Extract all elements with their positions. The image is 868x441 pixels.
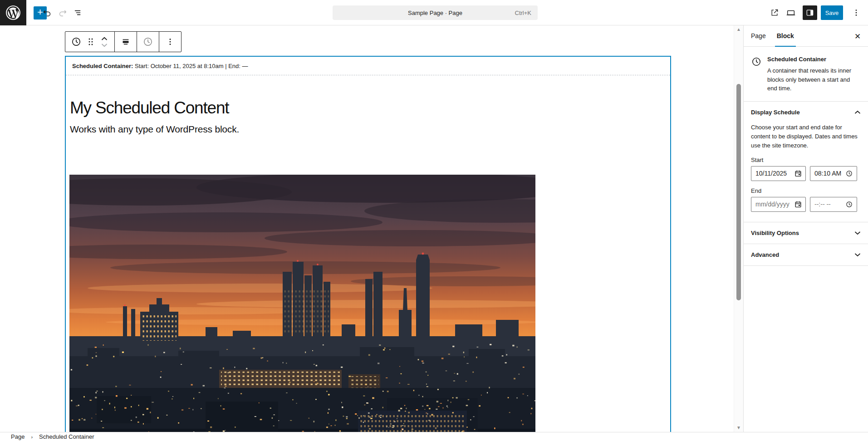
preview-button[interactable] bbox=[785, 7, 796, 18]
list-view-icon bbox=[73, 8, 83, 18]
panel-title: Advanced bbox=[751, 251, 779, 258]
end-date-input[interactable]: mm/dd/yyyy bbox=[751, 197, 806, 212]
settings-sidebar: Page Block ✕ Scheduled Container A conta… bbox=[743, 25, 868, 432]
save-button[interactable]: Save bbox=[821, 5, 843, 20]
block-options-button[interactable] bbox=[163, 32, 177, 52]
editor-scrollbar: ▲ ▼ bbox=[734, 25, 743, 432]
external-link-icon bbox=[770, 8, 779, 17]
schedule-button[interactable] bbox=[141, 32, 155, 52]
wordpress-block-editor: + Sample Page · Page Ctrl+K Save bbox=[0, 0, 868, 441]
chevron-up-icon bbox=[854, 110, 861, 114]
end-fields: mm/dd/yyyy --:-- -- bbox=[751, 197, 861, 212]
chevron-down-icon bbox=[854, 253, 861, 257]
panel-title: Display Schedule bbox=[751, 109, 800, 116]
start-date-input[interactable]: 10/11/2025 bbox=[751, 166, 806, 181]
block-card-text: Scheduled Container A container that rev… bbox=[767, 56, 861, 93]
move-up-button[interactable] bbox=[101, 36, 108, 41]
block-toolbar bbox=[65, 31, 181, 52]
breadcrumb-page[interactable]: Page bbox=[11, 433, 25, 440]
paragraph-block[interactable]: Works with any type of WordPress block. bbox=[70, 124, 239, 135]
end-time-input[interactable]: --:-- -- bbox=[810, 197, 857, 212]
block-toolbar-group-main bbox=[65, 32, 115, 52]
close-sidebar-button[interactable]: ✕ bbox=[852, 30, 863, 42]
block-mover bbox=[98, 32, 111, 52]
command-shortcut: Ctrl+K bbox=[515, 10, 531, 16]
align-button[interactable] bbox=[118, 32, 133, 52]
calendar-icon[interactable] bbox=[795, 170, 801, 177]
device-preview-icon bbox=[786, 8, 796, 18]
chevron-right-icon: › bbox=[31, 434, 33, 440]
command-palette[interactable]: Sample Page · Page Ctrl+K bbox=[333, 5, 538, 20]
block-toolbar-group-schedule bbox=[137, 32, 159, 52]
scroll-up-arrow[interactable]: ▲ bbox=[736, 27, 741, 32]
start-time-value: 08:10 AM bbox=[814, 170, 841, 177]
scroll-down-arrow[interactable]: ▼ bbox=[736, 426, 741, 430]
block-card-title: Scheduled Container bbox=[767, 56, 861, 63]
breadcrumb-scheduled-container: Scheduled Container bbox=[39, 433, 94, 440]
clock-icon[interactable] bbox=[846, 170, 853, 177]
start-date-value: 10/11/2025 bbox=[755, 170, 787, 177]
start-time-input[interactable]: 08:10 AM bbox=[810, 166, 857, 181]
options-menu-button[interactable] bbox=[851, 7, 862, 18]
block-toolbar-group-options bbox=[159, 32, 181, 52]
undo-icon bbox=[42, 8, 52, 18]
redo-button[interactable] bbox=[57, 7, 68, 18]
end-date-placeholder: mm/dd/yyyy bbox=[755, 201, 790, 208]
close-icon: ✕ bbox=[854, 32, 861, 41]
heading-block[interactable]: My Scheduled Content bbox=[70, 98, 229, 118]
schedule-help-text: Choose your start and end date for conte… bbox=[751, 123, 861, 150]
undo-button[interactable] bbox=[42, 7, 53, 18]
tab-block[interactable]: Block bbox=[771, 25, 799, 46]
view-post-button[interactable] bbox=[769, 7, 780, 18]
image-block[interactable] bbox=[69, 175, 535, 432]
panel-title: Visibility Options bbox=[751, 230, 799, 236]
scrollbar-thumb[interactable] bbox=[736, 84, 741, 300]
display-schedule-body: Choose your start and end date for conte… bbox=[744, 123, 868, 222]
panel-visibility-options-header[interactable]: Visibility Options bbox=[744, 222, 868, 244]
scheduled-container-block[interactable]: Scheduled Container: Start: October 11, … bbox=[65, 56, 671, 432]
redo-icon bbox=[58, 8, 68, 18]
scheduled-container-notice: Scheduled Container: Start: October 11, … bbox=[66, 57, 670, 75]
panel-visibility-options: Visibility Options bbox=[744, 222, 868, 244]
editor-top-bar: + Sample Page · Page Ctrl+K Save bbox=[0, 0, 868, 25]
sidebar-panel-icon bbox=[805, 8, 814, 17]
panel-advanced-header[interactable]: Advanced bbox=[744, 244, 868, 265]
schedule-clock-icon bbox=[142, 36, 153, 47]
settings-sidebar-toggle-button[interactable] bbox=[803, 5, 817, 20]
drag-handle[interactable] bbox=[83, 32, 98, 52]
block-card-description: A container that reveals its inner block… bbox=[767, 66, 861, 93]
start-fields: 10/11/2025 08:10 AM bbox=[751, 166, 861, 181]
list-view-button[interactable] bbox=[73, 7, 83, 18]
ellipsis-vertical-icon bbox=[166, 37, 175, 46]
document-title: Sample Page · Page bbox=[408, 10, 462, 16]
chevron-down-icon bbox=[854, 231, 861, 235]
block-card: Scheduled Container A container that rev… bbox=[744, 47, 868, 102]
move-down-button[interactable] bbox=[101, 43, 108, 48]
notice-label: Scheduled Container: bbox=[72, 63, 133, 69]
end-label: End bbox=[751, 187, 861, 194]
panel-display-schedule-header[interactable]: Display Schedule bbox=[744, 102, 868, 123]
align-icon bbox=[121, 37, 131, 47]
start-label: Start bbox=[751, 157, 861, 163]
drag-handle-icon bbox=[87, 37, 95, 46]
editor-canvas: Scheduled Container: Start: October 11, … bbox=[0, 25, 734, 432]
block-toolbar-group-align bbox=[115, 32, 137, 52]
block-breadcrumb: Page › Scheduled Container bbox=[0, 432, 868, 441]
clock-block-icon bbox=[71, 36, 82, 47]
panel-display-schedule: Display Schedule Choose your start and e… bbox=[744, 102, 868, 222]
panel-advanced: Advanced bbox=[744, 244, 868, 266]
clock-block-icon bbox=[751, 56, 762, 93]
tab-page[interactable]: Page bbox=[745, 25, 771, 46]
ellipsis-vertical-icon bbox=[852, 8, 861, 17]
sidebar-tabs: Page Block ✕ bbox=[744, 25, 868, 47]
wordpress-logo-button[interactable] bbox=[0, 0, 26, 25]
clock-icon[interactable] bbox=[846, 201, 853, 208]
end-time-placeholder: --:-- -- bbox=[814, 201, 831, 208]
block-type-button[interactable] bbox=[69, 32, 83, 52]
calendar-icon[interactable] bbox=[795, 201, 801, 208]
wordpress-logo-icon bbox=[5, 5, 21, 20]
notice-text: Start: October 11, 2025 at 8:10am | End:… bbox=[133, 63, 248, 69]
city-skyline-photo bbox=[69, 175, 535, 432]
